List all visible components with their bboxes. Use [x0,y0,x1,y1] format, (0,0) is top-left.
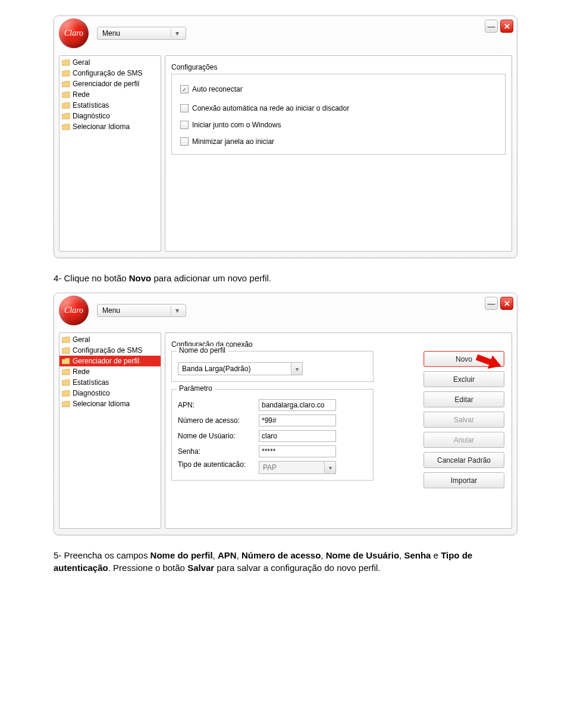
sidebar-item-label: Selecionar Idioma [73,123,130,131]
checkbox-icon [180,137,189,146]
select-value: PAP [259,463,324,472]
salvar-button[interactable]: Salvar [423,412,504,428]
titlebar: Claro Menu ▾ — ✕ [54,293,517,332]
fieldset-legend: Parâmetro [177,384,215,393]
folder-icon [62,347,70,354]
novo-button[interactable]: Novo [423,351,504,367]
sidebar-item-label: Configuração de SMS [73,69,142,77]
checkbox-row[interactable]: Iniciar junto com o Windows [180,121,499,129]
folder-icon [62,379,70,386]
sidebar-item-rede[interactable]: Rede [59,366,161,377]
sidebar: Geral Configuração de SMS Gerenciador de… [59,332,161,529]
usuario-field[interactable] [259,430,336,442]
menu-label: Menu [102,29,171,37]
select-value: Banda Larga(Padrão) [178,365,291,373]
minimize-button[interactable]: — [485,297,498,310]
folder-icon [62,401,70,407]
folder-icon [62,102,70,109]
chevron-down-icon: ▾ [171,306,183,315]
sidebar-item-label: Rede [73,90,90,99]
sidebar-item-estatisticas[interactable]: Estatísticas [59,377,161,388]
sidebar-item-label: Geral [73,58,90,67]
sidebar-item-label: Gerenciador de perfil [73,80,139,88]
main-panel-connection: Configuração da conexão Nome do perfil B… [165,332,512,529]
checkbox-label: Minimizar janela ao iniciar [192,137,274,146]
chevron-down-icon: ▾ [324,462,335,473]
sidebar-item-rede[interactable]: Rede [59,89,161,100]
titlebar: Claro Menu ▾ — ✕ [54,16,517,55]
sidebar-item-label: Rede [73,368,90,376]
checkbox-row[interactable]: ✓ Auto reconectar [180,85,499,93]
folder-icon [62,390,70,397]
folder-icon [62,70,70,77]
folder-icon [62,81,70,87]
checkbox-label: Auto reconectar [192,85,243,93]
apn-field[interactable] [259,399,336,411]
chevron-down-icon: ▾ [171,29,183,37]
editar-button[interactable]: Editar [423,391,504,407]
sidebar-item-diagnostico[interactable]: Diagnóstico [59,388,161,398]
sidebar-item-idioma[interactable]: Selecionar Idioma [59,398,161,409]
sidebar-item-label: Gerenciador de perfil [73,357,139,365]
sidebar-item-estatisticas[interactable]: Estatísticas [59,100,161,111]
sidebar-item-label: Estatísticas [73,378,109,387]
sidebar: Geral Configuração de SMS Gerenciador de… [59,55,161,252]
menu-label: Menu [102,306,171,315]
app-window-connection: Claro Menu ▾ — ✕ Geral Configuração de S… [54,293,517,535]
sidebar-item-sms[interactable]: Configuração de SMS [59,68,161,79]
numero-field[interactable] [259,415,336,426]
sidebar-item-diagnostico[interactable]: Diagnóstico [59,111,161,121]
excluir-button[interactable]: Excluir [423,371,504,387]
folder-icon [62,113,70,120]
sidebar-item-perfil[interactable]: Gerenciador de perfil [59,79,161,89]
checkbox-icon [180,104,189,112]
menu-dropdown[interactable]: Menu ▾ [97,304,186,317]
app-window-general: Claro Menu ▾ — ✕ Geral [54,15,517,258]
checkbox-label: Conexão automática na rede ao iniciar o … [192,104,349,112]
checkbox-row[interactable]: Minimizar janela ao iniciar [180,137,499,146]
sidebar-item-label: Diagnóstico [73,389,110,397]
folder-icon [62,369,70,375]
senha-label: Senha: [178,447,255,456]
sidebar-item-geral[interactable]: Geral [59,334,161,345]
close-button[interactable]: ✕ [500,20,513,33]
close-button[interactable]: ✕ [500,297,513,310]
sidebar-item-label: Estatísticas [73,101,109,109]
sidebar-item-label: Selecionar Idioma [73,400,130,408]
fieldset-legend: Nome do perfil [177,346,228,354]
folder-icon [62,59,70,66]
main-panel-general: Configurações ✓ Auto reconectar Conexão … [165,55,512,252]
sidebar-item-label: Geral [73,335,90,344]
checkbox-icon: ✓ [180,85,189,93]
anular-button[interactable]: Anular [423,432,504,448]
numero-label: Número de acesso: [178,416,255,425]
minimize-button[interactable]: — [485,20,498,33]
action-button-column: Novo Excluir Editar Salvar Anular Cancel… [423,351,504,488]
sidebar-item-idioma[interactable]: Selecionar Idioma [59,121,161,132]
importar-button[interactable]: Importar [423,472,504,488]
sidebar-item-label: Diagnóstico [73,112,110,120]
auth-type-select[interactable]: PAP ▾ [259,461,336,474]
menu-dropdown[interactable]: Menu ▾ [97,27,186,40]
checkbox-label: Iniciar junto com o Windows [192,121,281,129]
folder-icon [62,337,70,343]
chevron-down-icon: ▾ [291,363,302,375]
sidebar-item-perfil[interactable]: Gerenciador de perfil [59,356,161,366]
checkbox-icon [180,121,189,129]
senha-field[interactable] [259,445,336,457]
folder-icon [62,358,70,365]
sidebar-item-geral[interactable]: Geral [59,57,161,68]
profile-name-select[interactable]: Banda Larga(Padrão) ▾ [178,362,303,375]
instruction-step-5: 5- Preencha os campos Nome do perfil, AP… [54,550,517,574]
folder-icon [62,124,70,130]
instruction-step-4: 4- Clique no botão Novo para adicionar u… [54,272,517,284]
cancelar-padrao-button[interactable]: Cancelar Padrão [423,452,504,468]
apn-label: APN: [178,401,255,409]
usuario-label: Nome de Usúario: [178,432,255,440]
folder-icon [62,92,70,98]
checkbox-row[interactable]: Conexão automática na rede ao iniciar o … [180,104,499,112]
auth-label: Tipo de autenticacão: [178,461,255,469]
claro-logo: Claro [59,18,89,48]
claro-logo: Claro [59,296,89,325]
sidebar-item-sms[interactable]: Configuração de SMS [59,345,161,356]
